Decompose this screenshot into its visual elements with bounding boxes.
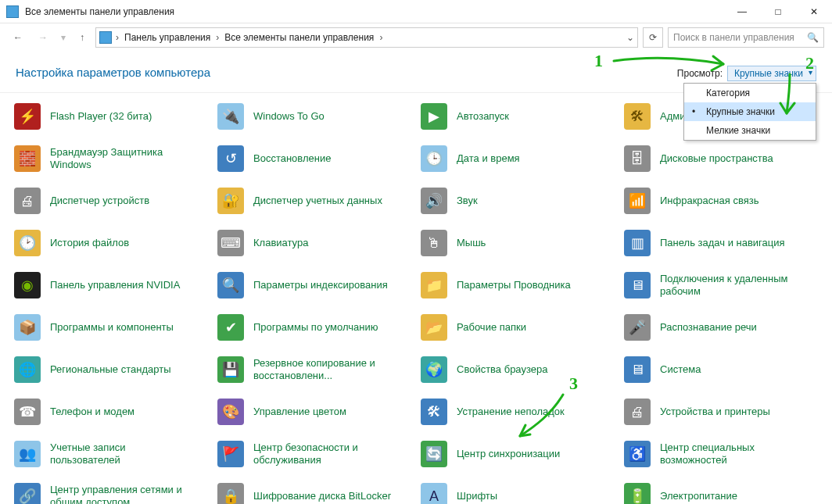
cp-item-power[interactable]: 🔋 Электропитание [621, 481, 821, 504]
cp-item-credential-manager[interactable]: 🔐 Диспетчер учетных данных [214, 185, 414, 216]
view-dropdown-value: Крупные значки [734, 68, 803, 79]
search-placeholder: Поиск в панели управления [673, 32, 807, 43]
chevron-right-icon[interactable]: › [378, 32, 383, 43]
keyboard-icon: ⌨ [217, 230, 244, 256]
cp-item-autoplay[interactable]: ▶ Автозапуск [418, 101, 618, 132]
history-icon: 🕑 [14, 230, 41, 256]
fonts-icon: A [421, 483, 447, 504]
power-icon: 🔋 [624, 483, 651, 504]
cp-item-internet-options[interactable]: 🌍 Свойства браузера [418, 354, 618, 385]
system-icon: 🖥 [624, 356, 651, 383]
nvidia-icon: ◉ [14, 272, 41, 298]
cp-item-network-sharing[interactable]: 🔗 Центр управления сетями и общим доступ… [11, 481, 211, 504]
cp-item-recovery[interactable]: ↺ Восстановление [214, 143, 414, 174]
cp-item-keyboard[interactable]: ⌨ Клавиатура [214, 227, 414, 259]
cp-item-user-accounts[interactable]: 👥 Учетные записи пользователей [11, 438, 211, 470]
sync-icon: 🔄 [421, 441, 447, 467]
flash-icon: ⚡ [14, 103, 41, 130]
address-dropdown-icon[interactable]: ⌄ [626, 32, 634, 43]
dd-option-small-icons[interactable]: Мелкие значки [684, 121, 816, 140]
minimize-button[interactable]: — [724, 0, 760, 23]
play-icon: ▶ [421, 103, 447, 130]
phone-icon: ☎ [14, 399, 41, 425]
network-icon: 🔗 [14, 483, 41, 504]
chevron-right-icon[interactable]: › [215, 32, 220, 43]
cp-item-color-management[interactable]: 🎨 Управление цветом [214, 396, 414, 427]
titlebar: Все элементы панели управления — □ ✕ [0, 0, 832, 23]
control-panel-grid: ⚡ Flash Player (32 бита) 🔌 Windows To Go… [0, 93, 832, 504]
cp-item-fonts[interactable]: A Шрифты [418, 481, 618, 504]
content-header: Настройка параметров компьютера Просмотр… [0, 52, 832, 88]
navbar: ← → ▾ ↑ › Панель управления › Все элемен… [0, 23, 832, 52]
close-button[interactable]: ✕ [796, 0, 832, 23]
troubleshoot-icon: 🛠 [421, 399, 447, 425]
cp-item-sync-center[interactable]: 🔄 Центр синхронизации [418, 438, 618, 470]
clock-icon: 🕒 [421, 145, 447, 172]
cp-item-speech[interactable]: 🎤 Распознавание речи [621, 312, 821, 343]
cp-item-flash-player[interactable]: ⚡ Flash Player (32 бита) [11, 101, 211, 132]
dd-option-large-icons[interactable]: Крупные значки [684, 102, 816, 121]
back-button[interactable]: ← [8, 27, 28, 48]
search-icon: 🔍 [807, 32, 819, 43]
window-controls: — □ ✕ [724, 0, 832, 23]
view-dropdown-menu: Категория Крупные значки Мелкие значки [683, 83, 816, 141]
tools-icon: 🛠 [624, 103, 651, 130]
cp-item-infrared[interactable]: 📶 Инфракрасная связь [621, 185, 821, 216]
cp-item-programs[interactable]: 📦 Программы и компоненты [11, 312, 211, 343]
up-button[interactable]: ↑ [74, 27, 91, 48]
breadcrumb-root[interactable]: Панель управления [123, 32, 212, 43]
backup-icon: 💾 [217, 356, 244, 383]
view-dropdown[interactable]: Крупные значки [727, 66, 816, 81]
cp-item-device-manager[interactable]: 🖨 Диспетчер устройств [11, 185, 211, 216]
window-title: Все элементы панели управления [25, 6, 724, 17]
printer-icon: 🖨 [624, 399, 651, 425]
accessibility-icon: ♿ [624, 441, 651, 467]
cp-item-accessibility[interactable]: ♿ Центр специальных возможностей [621, 438, 821, 470]
cp-item-windows-to-go[interactable]: 🔌 Windows To Go [214, 101, 414, 132]
cp-item-default-programs[interactable]: ✔ Программы по умолчанию [214, 312, 414, 343]
cp-item-date-time[interactable]: 🕒 Дата и время [418, 143, 618, 174]
cp-item-region[interactable]: 🌐 Региональные стандарты [11, 354, 211, 385]
view-label: Просмотр: [677, 68, 723, 79]
cp-item-remote-desktop[interactable]: 🖥 Подключения к удаленным рабочим [621, 270, 821, 301]
cp-item-taskbar[interactable]: ▥ Панель задач и навигация [621, 227, 821, 259]
cp-item-phone-modem[interactable]: ☎ Телефон и модем [11, 396, 211, 427]
breadcrumb-current[interactable]: Все элементы панели управления [223, 32, 375, 43]
cp-item-mouse[interactable]: 🖱 Мышь [418, 227, 618, 259]
dd-option-category[interactable]: Категория [684, 84, 816, 102]
cp-item-storage-spaces[interactable]: 🗄 Дисковые пространства [621, 143, 821, 174]
cp-item-backup[interactable]: 💾 Резервное копирование и восстановлени.… [214, 354, 414, 385]
page-title: Настройка параметров компьютера [16, 66, 210, 79]
maximize-button[interactable]: □ [760, 0, 796, 23]
search-input[interactable]: Поиск в панели управления 🔍 [668, 27, 824, 48]
mouse-icon: 🖱 [421, 230, 447, 256]
taskbar-icon: ▥ [624, 230, 651, 256]
cp-item-security-center[interactable]: 🚩 Центр безопасности и обслуживания [214, 438, 414, 470]
cp-item-bitlocker[interactable]: 🔒 Шифрование диска BitLocker [214, 481, 414, 504]
cp-item-system[interactable]: 🖥 Система [621, 354, 821, 385]
refresh-button[interactable]: ⟳ [643, 27, 663, 48]
forward-button[interactable]: → [33, 27, 53, 48]
lock-icon: 🔒 [217, 483, 244, 504]
infrared-icon: 📶 [624, 188, 651, 214]
cp-item-firewall[interactable]: 🧱 Брандмауэр Защитника Windows [11, 143, 211, 174]
cp-item-nvidia[interactable]: ◉ Панель управления NVIDIA [11, 270, 211, 301]
device-icon: 🖨 [14, 188, 41, 214]
cp-item-indexing[interactable]: 🔍 Параметры индексирования [214, 270, 414, 301]
cp-item-sound[interactable]: 🔊 Звук [418, 185, 618, 216]
recent-dropdown[interactable]: ▾ [58, 27, 69, 48]
cp-item-devices-printers[interactable]: 🖨 Устройства и принтеры [621, 396, 821, 427]
chevron-right-icon[interactable]: › [115, 32, 120, 43]
cp-item-troubleshoot[interactable]: 🛠 Устранение неполадок [418, 396, 618, 427]
workfolders-icon: 📂 [421, 314, 447, 341]
region-icon: 🌐 [14, 356, 41, 383]
cp-item-file-history[interactable]: 🕑 История файлов [11, 227, 211, 259]
firewall-icon: 🧱 [14, 145, 41, 172]
index-icon: 🔍 [217, 272, 244, 298]
globe-icon: 🌍 [421, 356, 447, 383]
recovery-icon: ↺ [217, 145, 244, 172]
disks-icon: 🗄 [624, 145, 651, 172]
cp-item-work-folders[interactable]: 📂 Рабочие папки [418, 312, 618, 343]
address-bar[interactable]: › Панель управления › Все элементы панел… [95, 27, 638, 48]
cp-item-explorer-options[interactable]: 📁 Параметры Проводника [418, 270, 618, 301]
